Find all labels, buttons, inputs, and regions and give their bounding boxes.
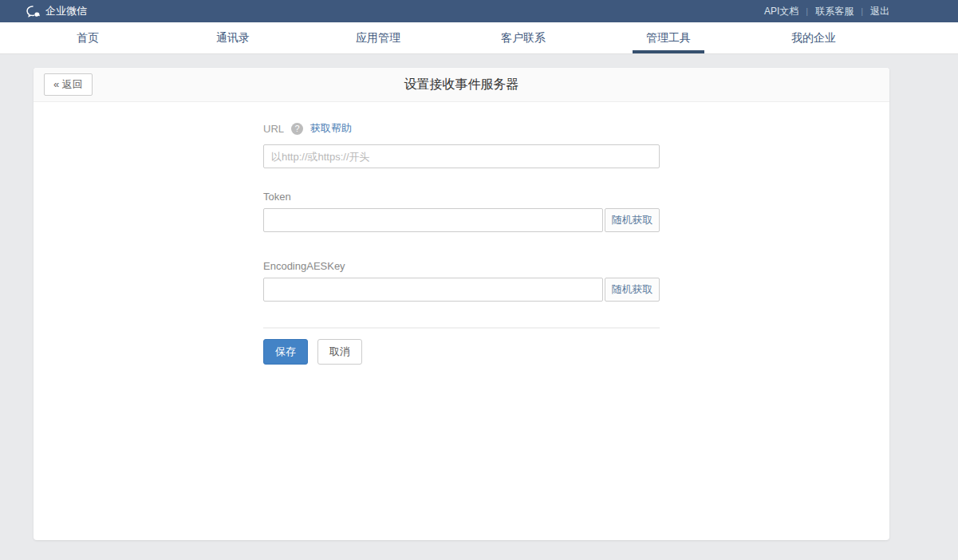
form-divider	[263, 327, 660, 329]
token-input[interactable]	[263, 208, 603, 232]
save-button[interactable]: 保存	[263, 339, 308, 365]
topbar-link-api-docs[interactable]: API文档	[764, 5, 798, 18]
server-settings-form: URL ? 获取帮助 Token 随机获取 EncodingAESKey 随机获…	[34, 102, 889, 365]
page-title: 设置接收事件服务器	[34, 77, 889, 93]
nav-tab-admin-tools[interactable]: 管理工具	[596, 22, 741, 53]
topbar-links: API文档 | 联系客服 | 退出	[764, 5, 889, 18]
cancel-button[interactable]: 取消	[317, 339, 362, 365]
topbar-separator: |	[806, 6, 808, 16]
topbar-separator: |	[861, 6, 863, 16]
main-nav: 首页 通讯录 应用管理 客户联系 管理工具 我的企业	[0, 22, 958, 54]
topbar-link-logout[interactable]: 退出	[870, 5, 889, 18]
nav-tab-customer-contact[interactable]: 客户联系	[451, 22, 596, 53]
token-input-row: 随机获取	[263, 208, 660, 232]
card-header: « 返回 设置接收事件服务器	[34, 68, 889, 102]
brand[interactable]: 企业微信	[26, 4, 87, 18]
help-icon[interactable]: ?	[291, 123, 303, 135]
url-input[interactable]	[263, 144, 660, 168]
form-actions: 保存 取消	[263, 339, 889, 365]
aeskey-random-button[interactable]: 随机获取	[605, 278, 660, 302]
nav-tab-home[interactable]: 首页	[15, 22, 160, 53]
aeskey-input-row: 随机获取	[263, 278, 660, 302]
topbar: 企业微信 API文档 | 联系客服 | 退出	[0, 0, 958, 22]
aeskey-section: EncodingAESKey 随机获取	[263, 260, 889, 302]
aeskey-input[interactable]	[263, 278, 603, 302]
token-label: Token	[263, 191, 889, 203]
topbar-link-support[interactable]: 联系客服	[815, 5, 854, 18]
content-card: « 返回 设置接收事件服务器 URL ? 获取帮助 Token 随机获取 Enc…	[34, 68, 889, 540]
get-help-link[interactable]: 获取帮助	[310, 121, 352, 136]
nav-tab-app-management[interactable]: 应用管理	[306, 22, 451, 53]
nav-tab-my-company[interactable]: 我的企业	[741, 22, 886, 53]
back-button[interactable]: « 返回	[44, 73, 93, 96]
token-random-button[interactable]: 随机获取	[605, 208, 660, 232]
token-section: Token 随机获取	[263, 191, 889, 232]
url-label: URL	[263, 123, 284, 135]
brand-name: 企业微信	[45, 4, 87, 18]
wechat-work-logo-icon	[26, 6, 41, 18]
url-label-row: URL ? 获取帮助	[263, 121, 889, 136]
nav-tab-contacts[interactable]: 通讯录	[160, 22, 306, 53]
main-nav-inner: 首页 通讯录 应用管理 客户联系 管理工具 我的企业	[15, 22, 886, 53]
aeskey-label: EncodingAESKey	[263, 260, 889, 272]
